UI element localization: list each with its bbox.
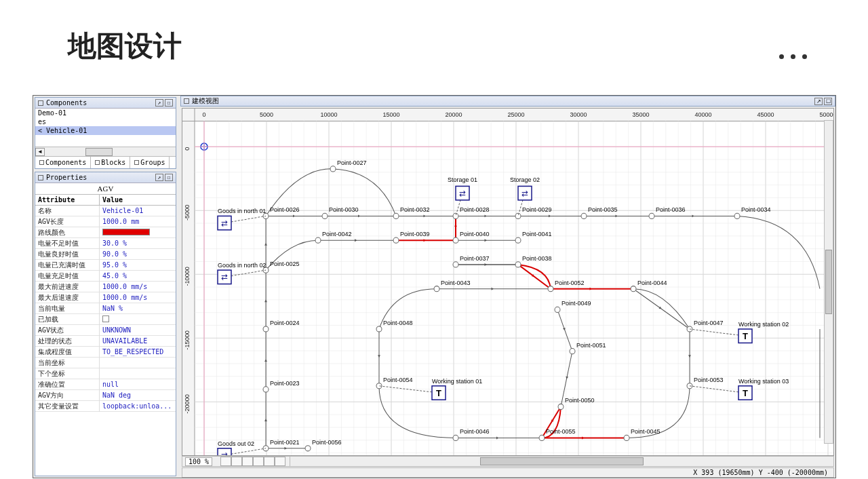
undock-icon[interactable]: ↗ <box>155 174 163 181</box>
map-point[interactable] <box>624 435 629 440</box>
property-value[interactable]: Vehicle-01 <box>100 206 176 215</box>
property-row[interactable]: 电量不足时值30.0 % <box>35 238 176 249</box>
map-point[interactable] <box>393 237 399 243</box>
tool-icon[interactable] <box>253 457 264 466</box>
property-value[interactable] <box>100 228 176 237</box>
maximize-icon[interactable]: ☐ <box>824 98 832 105</box>
property-row[interactable]: 最大后退速度1000.0 mm/s <box>35 292 176 303</box>
map-point[interactable] <box>330 166 336 172</box>
map-point[interactable] <box>515 237 521 243</box>
map-point-label: Point-0049 <box>561 300 591 307</box>
canvas-vscroll[interactable] <box>824 120 833 444</box>
property-value[interactable]: TO_BE_RESPECTED <box>100 347 176 356</box>
svg-text:35000: 35000 <box>633 111 650 118</box>
property-row[interactable]: 电量良好时值90.0 % <box>35 249 176 260</box>
property-row[interactable]: 下个坐标 <box>35 368 176 379</box>
map-point[interactable] <box>305 446 311 451</box>
property-row[interactable]: 最大前进速度1000.0 mm/s <box>35 282 176 292</box>
property-row[interactable]: 集成程度值TO_BE_RESPECTED <box>35 347 176 358</box>
property-row[interactable]: 当前电量NaN % <box>35 303 176 314</box>
maximize-icon[interactable]: ☐ <box>165 174 173 181</box>
map-point[interactable] <box>558 404 564 409</box>
location-label: Goods in north 01 <box>218 208 266 214</box>
property-value[interactable]: 1000.0 mm/s <box>100 282 176 291</box>
components-tree-item[interactable]: es <box>35 117 176 126</box>
svg-text:T: T <box>436 388 441 398</box>
map-point[interactable] <box>453 237 458 243</box>
property-row[interactable]: 路线颜色 <box>35 227 176 238</box>
components-tab[interactable]: Components <box>35 157 91 168</box>
property-key: 最大后退速度 <box>35 292 100 303</box>
property-value[interactable]: 90.0 % <box>100 250 176 258</box>
map-point[interactable] <box>453 262 458 267</box>
property-value[interactable] <box>100 362 176 364</box>
components-hscroll[interactable]: ◄ <box>35 147 176 156</box>
tool-icon[interactable] <box>231 457 242 466</box>
canvas-hscroll[interactable] <box>290 457 833 466</box>
map-point[interactable] <box>376 326 382 332</box>
property-value[interactable]: 95.0 % <box>100 261 176 269</box>
map-point[interactable] <box>570 349 575 354</box>
property-value[interactable]: NaN deg <box>100 391 176 400</box>
map-point[interactable] <box>649 213 654 218</box>
map-point[interactable] <box>263 387 269 392</box>
svg-text:0: 0 <box>202 111 205 118</box>
property-value[interactable] <box>100 315 176 324</box>
property-row[interactable]: 准确位置null <box>35 379 176 390</box>
property-value[interactable]: loopback:unloa... <box>100 402 176 410</box>
property-value[interactable]: NaN % <box>100 304 176 313</box>
map-point[interactable] <box>453 435 458 440</box>
tool-icon[interactable] <box>264 457 275 466</box>
map-point[interactable] <box>263 326 269 332</box>
map-point[interactable] <box>434 286 439 292</box>
map-canvas[interactable]: 0500010000150002000025000300003500040000… <box>182 108 834 456</box>
property-value[interactable]: 1000.0 mm <box>100 217 176 226</box>
map-point[interactable] <box>555 307 560 312</box>
map-point[interactable] <box>734 213 740 218</box>
map-point[interactable] <box>581 213 587 218</box>
components-tree[interactable]: Demo-01es< Vehicle-01 <box>35 109 176 147</box>
property-value[interactable]: null <box>100 380 176 389</box>
undock-icon[interactable]: ↗ <box>155 99 163 107</box>
undock-icon[interactable]: ↗ <box>814 98 823 105</box>
property-row[interactable]: AGV长度1000.0 mm <box>35 216 176 227</box>
tool-icon[interactable] <box>275 457 285 466</box>
map-point[interactable] <box>315 237 321 243</box>
map-point[interactable] <box>453 213 458 218</box>
property-row[interactable]: AGV状态UNKNOWN <box>35 325 176 336</box>
property-row[interactable]: 电量充足时值45.0 % <box>35 271 176 282</box>
tool-icon[interactable] <box>242 457 253 466</box>
map-point[interactable] <box>548 286 553 292</box>
property-value[interactable]: 30.0 % <box>100 239 176 248</box>
property-row[interactable]: 其它变量设置loopback:unloa... <box>35 401 176 412</box>
property-value[interactable]: 45.0 % <box>100 271 176 280</box>
components-tree-item[interactable]: Demo-01 <box>35 109 176 117</box>
maximize-icon[interactable]: ☐ <box>165 99 173 107</box>
map-point[interactable] <box>515 213 521 218</box>
map-point[interactable] <box>393 213 399 218</box>
property-value[interactable] <box>100 373 176 375</box>
property-row[interactable]: 电量已充满时值95.0 % <box>35 260 176 271</box>
svg-text:T: T <box>743 388 748 398</box>
components-tab[interactable]: Groups <box>130 157 170 168</box>
property-row[interactable]: 已加载 <box>35 314 176 325</box>
map-point[interactable] <box>631 286 636 292</box>
property-row[interactable]: 当前坐标 <box>35 358 176 368</box>
tool-icon[interactable] <box>220 457 231 466</box>
property-key: 路线颜色 <box>35 227 100 238</box>
property-value[interactable]: 1000.0 mm/s <box>100 293 176 302</box>
zoom-level[interactable]: 100 % <box>185 457 212 466</box>
map-point[interactable] <box>322 213 328 218</box>
map-point-label: Point-0035 <box>588 206 617 213</box>
map-point-label: Point-0047 <box>694 320 723 326</box>
components-tree-item[interactable]: < Vehicle-01 <box>35 126 176 135</box>
property-key: 已加载 <box>35 314 100 325</box>
property-row[interactable]: 处理的状态UNAVAILABLE <box>35 336 176 347</box>
property-value[interactable]: UNAVAILABLE <box>100 337 176 345</box>
components-tab[interactable]: Blocks <box>91 157 130 168</box>
property-row[interactable]: AGV方向NaN deg <box>35 390 176 401</box>
property-value[interactable]: UNKNOWN <box>100 326 176 334</box>
map-point[interactable] <box>515 262 521 267</box>
map-point[interactable] <box>539 435 545 440</box>
property-row[interactable]: 名称Vehicle-01 <box>35 206 176 216</box>
